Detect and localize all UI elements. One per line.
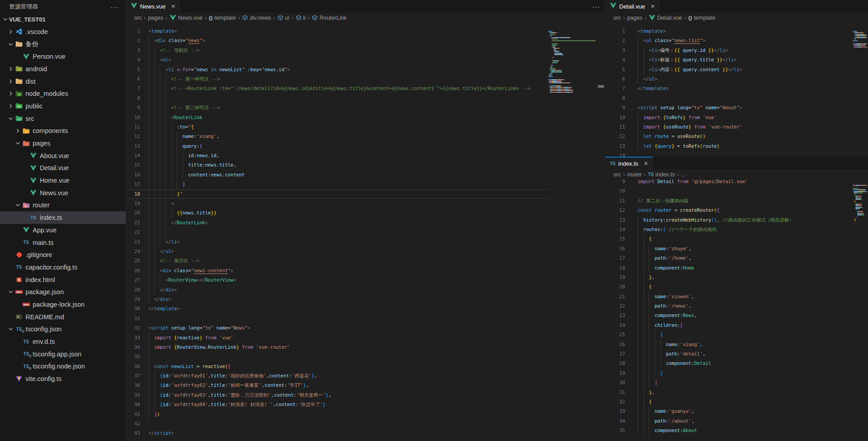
code-line[interactable]: 40{id:'asfdtrfay04',title:'好消息! 好消息! ',c… bbox=[126, 400, 605, 409]
chevron-down-icon[interactable] bbox=[14, 201, 21, 209]
minimap-news[interactable] bbox=[548, 26, 596, 93]
tree-item-index.ts[interactable]: TSindex.ts bbox=[0, 211, 126, 224]
code-line[interactable]: 3<!-- 导航区 --> bbox=[126, 46, 605, 55]
code-line[interactable]: 28component:Detail bbox=[605, 359, 868, 368]
code-line[interactable]: 8 bbox=[605, 94, 868, 103]
project-root-row[interactable]: VUE_TEST01 bbox=[0, 13, 126, 25]
tree-item-package-lock.json[interactable]: npmpackage-lock.json bbox=[0, 298, 126, 311]
code-line[interactable]: 5<li v-for="news in newsList" :key="news… bbox=[126, 65, 605, 74]
code-line[interactable]: 29} bbox=[605, 368, 868, 378]
code-line[interactable]: 24children:[ bbox=[605, 321, 868, 330]
code-line[interactable]: 13let {query} = toRefs(route) bbox=[605, 141, 868, 151]
chevron-right-icon[interactable] bbox=[7, 90, 14, 97]
code-line[interactable]: 2<ul class="news-list"> bbox=[605, 36, 868, 45]
code-line[interactable]: 12const router = createRouter({ bbox=[605, 206, 868, 215]
code-line[interactable]: 19> bbox=[126, 199, 605, 208]
code-line[interactable]: 9<script setup lang="ts" name="About"> bbox=[605, 103, 868, 112]
code-line[interactable]: 34import {RouterView,RouterLink} from 'v… bbox=[126, 343, 605, 352]
code-line[interactable]: 10import {toRefs} from 'vue' bbox=[605, 113, 868, 122]
code-line[interactable]: 26name:'xiang', bbox=[605, 340, 868, 349]
chevron-down-icon[interactable] bbox=[7, 325, 14, 333]
code-line[interactable]: 13query:{ bbox=[126, 141, 605, 151]
chevron-right-icon[interactable] bbox=[14, 127, 21, 134]
code-line[interactable]: 37{id:'asfdtrfay01',title:'很好的抗癌食物',cont… bbox=[126, 371, 605, 381]
breadcrumb-item-template[interactable]: {}template bbox=[688, 15, 715, 21]
tree-item-tsconfig.node.json[interactable]: TS⚙tsconfig.node.json bbox=[0, 360, 126, 373]
code-line[interactable]: 4<ul> bbox=[126, 55, 605, 64]
code-line[interactable]: 11import {useRoute} from 'vue-router' bbox=[605, 122, 868, 132]
code-line[interactable]: 4<li>标题：{{ query.title }}</li> bbox=[605, 55, 868, 64]
tab-index-ts[interactable]: TS index.ts × bbox=[605, 157, 653, 169]
code-line[interactable]: 15title:news.title, bbox=[126, 160, 605, 170]
tree-item-备份[interactable]: 备份 bbox=[0, 38, 126, 51]
breadcrumb-item-li[interactable]: li bbox=[296, 15, 306, 21]
breadcrumb-item-ul[interactable]: ul bbox=[277, 15, 289, 21]
code-line[interactable]: 29</div> bbox=[126, 295, 605, 304]
code-line[interactable]: 21</RouterLink> bbox=[126, 218, 605, 227]
breadcrumb-item-Detail.vue[interactable]: Detail.vue bbox=[649, 15, 682, 21]
breadcrumb-item-...[interactable]: ... bbox=[681, 171, 685, 178]
code-line[interactable]: 30</template> bbox=[126, 304, 605, 313]
breadcrumb-item-src[interactable]: src bbox=[613, 171, 621, 178]
tree-item-README.md[interactable]: M↓README.md bbox=[0, 311, 126, 323]
code-line[interactable]: 36const newsList = reactive([ bbox=[126, 362, 605, 371]
code-line[interactable]: 26<div class="news-content"> bbox=[126, 266, 605, 275]
chevron-right-icon[interactable] bbox=[7, 65, 14, 73]
breadcrumb-item-pages[interactable]: pages bbox=[148, 15, 163, 21]
tree-item-Person.vue[interactable]: Person.vue bbox=[0, 50, 126, 63]
tree-item-components[interactable]: components bbox=[0, 125, 126, 137]
code-line[interactable]: 43</script> bbox=[126, 428, 605, 438]
code-line[interactable]: 30] bbox=[605, 378, 868, 387]
code-line[interactable]: 32{ bbox=[605, 397, 868, 407]
code-line[interactable]: 39{id:'asfdtrfay03',title:'震惊，万万没想到',con… bbox=[126, 390, 605, 400]
code-line[interactable]: 31 bbox=[126, 314, 605, 323]
code-line[interactable]: 41]) bbox=[126, 410, 605, 419]
minimap-index[interactable] bbox=[853, 180, 867, 222]
code-line[interactable]: 3<li>编号：{{ query.id }}</li> bbox=[605, 46, 868, 55]
code-line[interactable]: 14routes:[ //一个一个的路由规则 bbox=[605, 225, 868, 234]
minimap-detail[interactable] bbox=[853, 26, 867, 47]
breadcrumb-item-RouterLink[interactable]: RouterLink bbox=[312, 15, 346, 21]
code-line[interactable]: 14id:news.id, bbox=[126, 151, 605, 160]
code-line[interactable]: 24</ul> bbox=[126, 247, 605, 256]
chevron-right-icon[interactable] bbox=[7, 78, 14, 85]
close-icon[interactable]: × bbox=[644, 160, 648, 167]
tree-item-Detail.vue[interactable]: Detail.vue bbox=[0, 162, 126, 175]
code-line[interactable]: 27path:'detail', bbox=[605, 349, 868, 359]
breadcrumb-item-template[interactable]: {}template bbox=[209, 15, 236, 21]
code-line[interactable]: 35component:About bbox=[605, 426, 868, 435]
code-line[interactable]: 10<RouterLink bbox=[126, 113, 605, 122]
breadcrumb-item-pages[interactable]: pages bbox=[627, 15, 642, 21]
close-icon[interactable]: × bbox=[171, 3, 175, 10]
code-line[interactable]: 15{ bbox=[605, 234, 868, 244]
code-line[interactable]: 18}" bbox=[126, 189, 605, 199]
code-line[interactable]: 28</div> bbox=[126, 285, 605, 295]
code-line[interactable]: 11// 第二步：创建路由器 bbox=[605, 196, 868, 206]
tree-item-main.ts[interactable]: TSmain.ts bbox=[0, 236, 126, 249]
code-line[interactable]: 5<li>内容：{{ query.content }}</li> bbox=[605, 65, 868, 74]
tree-item-.gitignore[interactable]: .gitignore bbox=[0, 248, 126, 261]
code-line[interactable]: 8 bbox=[126, 94, 605, 103]
code-editor-detail[interactable]: 1<template>2<ul class="news-list">3<li>编… bbox=[605, 23, 868, 157]
code-line[interactable]: 6<!-- 第一种写法 --> bbox=[126, 74, 605, 84]
tree-item-src[interactable]: </>src bbox=[0, 112, 126, 125]
more-actions-icon[interactable]: ··· bbox=[111, 3, 119, 11]
code-line[interactable]: 38{id:'asfdtrfay02',title:'如何一夜暴富',conte… bbox=[126, 381, 605, 390]
code-editor-index[interactable]: 9import Detail from '@/pages/Detail.vue'… bbox=[605, 177, 868, 441]
tree-item-tsconfig.app.json[interactable]: TS⚙tsconfig.app.json bbox=[0, 348, 126, 360]
tree-item-tsconfig.json[interactable]: TS⚙tsconfig.json bbox=[0, 323, 126, 336]
tree-item-public[interactable]: public bbox=[0, 100, 126, 112]
code-line[interactable]: 42 bbox=[126, 419, 605, 428]
tree-item-dist[interactable]: dist bbox=[0, 75, 126, 88]
code-line[interactable]: 2<div class="news"> bbox=[126, 36, 605, 45]
code-line[interactable]: 19}, bbox=[605, 273, 868, 282]
code-line[interactable]: 18component:Home bbox=[605, 263, 868, 273]
tree-item-App.vue[interactable]: App.vue bbox=[0, 224, 126, 236]
tree-item-.vscode[interactable]: .vscode bbox=[0, 26, 126, 38]
code-line[interactable]: 25<!-- 展示区 --> bbox=[126, 256, 605, 265]
tree-item-Home.vue[interactable]: Home.vue bbox=[0, 174, 126, 187]
chevron-right-icon[interactable] bbox=[7, 28, 14, 35]
tab-detail-vue[interactable]: Detail.vue × bbox=[605, 0, 660, 13]
editor-actions-icon[interactable]: ··· bbox=[592, 0, 600, 13]
code-line[interactable]: 35 bbox=[126, 352, 605, 361]
